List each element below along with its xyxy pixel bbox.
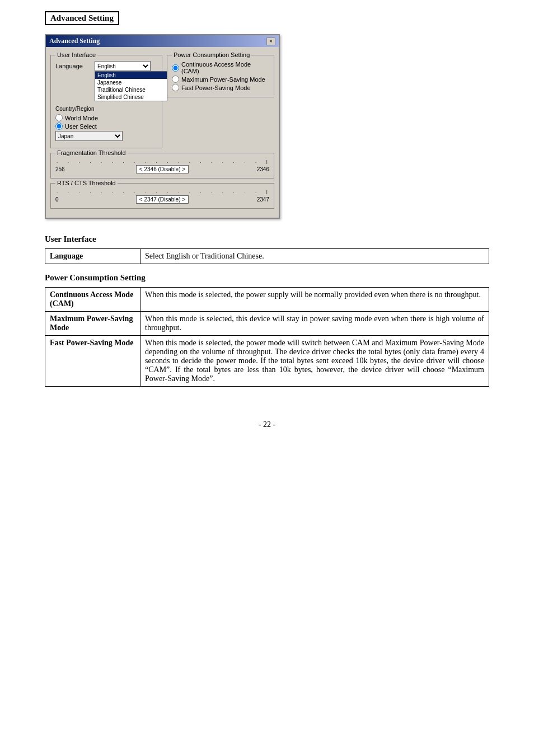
max-power-label: Maximum Power-Saving Mode	[181, 76, 265, 83]
max-power-col-label: Maximum Power-Saving Mode	[45, 312, 140, 336]
frag-max: 2346	[254, 166, 269, 172]
user-select-dropdown[interactable]: Japan	[55, 131, 123, 141]
dropdown-item-traditional[interactable]: Traditional Chinese	[95, 86, 167, 93]
cam-col-label: Continuous Access Mode (CAM)	[45, 288, 140, 312]
user-select-label: User Select	[65, 123, 97, 130]
rts-group-title: RTS / CTS Threshold	[55, 180, 118, 186]
world-mode-label: World Mode	[65, 115, 98, 121]
fast-power-radio[interactable]	[172, 84, 179, 91]
max-power-col-value: When this mode is selected, this device …	[140, 312, 489, 336]
dialog-body: User Interface Language English Japanese…	[46, 47, 279, 218]
power-table: Continuous Access Mode (CAM) When this m…	[45, 287, 489, 387]
dropdown-item-japanese[interactable]: Japanese	[95, 79, 167, 86]
fast-power-label: Fast Power-Saving Mode	[181, 84, 251, 91]
user-select-radio[interactable]	[55, 123, 63, 130]
language-col-value: Select English or Traditional Chinese.	[140, 249, 489, 264]
frag-mid: < 2346 (Disable) >	[136, 165, 189, 173]
page-title-box: Advanced Setting	[45, 11, 119, 25]
dropdown-item-simplified[interactable]: Simplified Chinese	[95, 93, 167, 101]
close-button[interactable]: ×	[266, 37, 275, 45]
language-select[interactable]: English Japanese Traditional Chinese Sim…	[95, 61, 151, 71]
page-title: Advanced Setting	[50, 13, 114, 22]
frag-group-title: Fragmentation Threshold	[55, 149, 128, 156]
user-interface-heading: User Interface	[45, 234, 489, 244]
world-mode-radio[interactable]	[55, 114, 63, 121]
max-power-radio[interactable]	[172, 76, 179, 83]
power-group-title: Power Consumption Setting	[172, 51, 251, 58]
cam-col-value: When this mode is selected, the power su…	[140, 288, 489, 312]
dialog-title: Advanced Setting	[49, 37, 100, 45]
cam-row: Continuous Access Mode (CAM) When this m…	[45, 288, 489, 312]
page-number: - 22 -	[45, 420, 489, 429]
frag-min: 256	[55, 166, 71, 172]
cam-label: Continuous Access Mode (CAM)	[181, 61, 269, 74]
max-power-row: Maximum Power-Saving Mode When this mode…	[45, 312, 489, 336]
language-col-label: Language	[45, 249, 140, 264]
user-interface-section: User Interface Language Select English o…	[45, 234, 489, 264]
frag-group: Fragmentation Threshold ..... ..... ....…	[50, 153, 274, 179]
close-icon: ×	[269, 38, 273, 44]
rts-mid: < 2347 (Disable) >	[136, 195, 189, 204]
power-heading: Power Consumption Setting	[45, 273, 489, 283]
rts-max: 2347	[254, 196, 269, 203]
fast-power-col-value: When this mode is selected, the power mo…	[140, 336, 489, 387]
power-group: Power Consumption Setting Continuous Acc…	[167, 55, 274, 97]
rts-min: 0	[55, 196, 71, 203]
dropdown-item-english[interactable]: English	[95, 72, 167, 79]
fast-power-row: Fast Power-Saving Mode When this mode is…	[45, 336, 489, 387]
dialog-window: Advanced Setting × User Interface Langua…	[45, 34, 280, 219]
user-interface-group-title: User Interface	[55, 51, 97, 58]
table-row: Language Select English or Traditional C…	[45, 249, 489, 264]
country-region-label: Country/Region	[55, 106, 94, 112]
rts-group: RTS / CTS Threshold ..... ..... ..... ..…	[50, 183, 274, 209]
power-section: Power Consumption Setting Continuous Acc…	[45, 273, 489, 387]
fast-power-col-label: Fast Power-Saving Mode	[45, 336, 140, 387]
cam-radio[interactable]	[172, 64, 179, 72]
user-interface-table: Language Select English or Traditional C…	[45, 248, 489, 264]
user-interface-group: User Interface Language English Japanese…	[50, 55, 162, 148]
dialog-titlebar: Advanced Setting ×	[46, 35, 279, 47]
language-label: Language	[55, 63, 95, 69]
